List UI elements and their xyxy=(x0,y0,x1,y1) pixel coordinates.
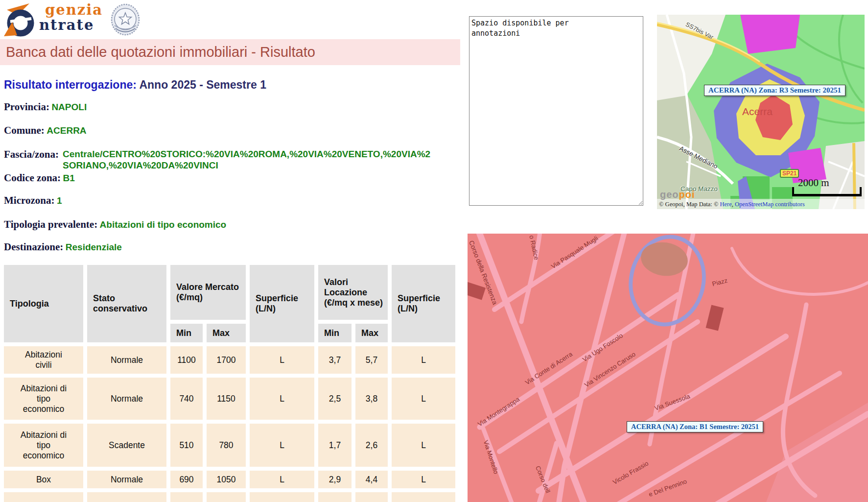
codice-zona-value: B1 xyxy=(63,173,75,183)
cell-vm-max xyxy=(207,492,246,502)
field-provincia: Provincia: NAPOLI xyxy=(4,101,87,113)
table-row: Abitazioni di tipo economico Normale 740… xyxy=(4,378,455,420)
col-header-valori-locazione: Valori Locazione (€/mq x mese) xyxy=(318,265,388,320)
cell-tipologia: Abitazioni di tipo economico xyxy=(4,424,83,467)
cell-tipologia: Box xyxy=(4,471,83,488)
road-badge-sp21: SP21 xyxy=(780,169,799,178)
quotations-table: Tipologia Stato conservativo Valore Merc… xyxy=(0,261,459,502)
col-header-vm-min: Min xyxy=(170,324,203,342)
comune-label: Comune: xyxy=(4,124,45,136)
cell-vm-min: 1100 xyxy=(170,346,203,374)
page-title-bar: Banca dati delle quotazioni immobiliari … xyxy=(0,39,460,65)
table-row: Box Normale 690 1050 L 2,9 4,4 L xyxy=(4,471,455,488)
cell-vl-max: 3,8 xyxy=(355,378,388,420)
col-header-superficie-2: Superficie (L/N) xyxy=(392,265,455,342)
cell-vl-min: 2,9 xyxy=(318,471,352,488)
cell-vm-min: 690 xyxy=(170,471,203,488)
city-label-acerra: Acerra xyxy=(742,106,773,118)
detail-map-canvas xyxy=(468,234,868,502)
tipologia-prevalente-label: Tipologia prevalente: xyxy=(4,218,97,230)
fascia-zona-value-line1: Centrale/CENTRO%20STORICO:%20VIA%20ROMA,… xyxy=(63,148,430,160)
geopoi-watermark-geo: geo xyxy=(660,189,679,200)
cell-superficie-1 xyxy=(250,492,314,502)
col-header-stato: Stato conservativo xyxy=(87,265,166,342)
cell-vm-min: 510 xyxy=(170,424,203,467)
logo-wordmark: genzia ntrate xyxy=(39,2,103,33)
field-fascia-zona: Fascia/zona: Centrale/CENTRO%20STORICO:%… xyxy=(4,148,430,171)
field-destinazione: Destinazione: Residenziale xyxy=(4,241,122,253)
provincia-label: Provincia: xyxy=(4,101,49,113)
table-header-row-1: Tipologia Stato conservativo Valore Merc… xyxy=(4,265,455,320)
cell-vm-max: 780 xyxy=(207,424,246,467)
annotations-textarea[interactable]: Spazio disponibile per annotazioni xyxy=(469,16,643,206)
field-microzona: Microzona: 1 xyxy=(4,194,62,207)
logo-text-genzia: genzia xyxy=(45,2,103,18)
cell-superficie-2: L xyxy=(392,471,455,488)
logo-text-ntrate: ntrate xyxy=(39,17,103,33)
table-row: Abitazioni di tipo economico Scadente 51… xyxy=(4,424,455,467)
geopoi-watermark-poi: poi xyxy=(679,189,695,200)
microzona-label: Microzona: xyxy=(4,194,54,206)
cell-vl-max: 5,7 xyxy=(355,346,388,374)
cell-superficie-1: L xyxy=(250,346,314,374)
cell-vm-min xyxy=(170,492,203,502)
cell-vl-max xyxy=(355,492,388,502)
attribution-link-here[interactable]: Here xyxy=(720,201,732,208)
detail-zone-map[interactable]: Corso della Resistenza o Radice Via Pasq… xyxy=(468,234,868,502)
geopoi-watermark: geopoi xyxy=(660,189,695,200)
cell-tipologia: Abitazioni civili xyxy=(4,346,83,374)
col-header-vm-max: Max xyxy=(207,324,246,342)
col-header-vl-min: Min xyxy=(318,324,352,342)
attribution-text: © Geopoi, Map Data: © xyxy=(659,201,720,208)
col-header-tipologia: Tipologia xyxy=(4,265,83,342)
fascia-zona-label: Fascia/zona: xyxy=(4,148,59,161)
cell-vl-min xyxy=(318,492,352,502)
col-header-superficie-1: Superficie (L/N) xyxy=(250,265,314,342)
comune-value: ACERRA xyxy=(47,125,86,136)
cell-vl-max: 4,4 xyxy=(355,471,388,488)
cell-vl-min: 3,7 xyxy=(318,346,352,374)
field-tipologia-prevalente: Tipologia prevalente: Abitazioni di tipo… xyxy=(4,218,226,231)
cell-stato: Normale xyxy=(87,346,166,374)
attribution-link-osm[interactable]: OpenStreetMap contributors xyxy=(735,201,805,208)
cell-superficie-2: L xyxy=(392,424,455,467)
cell-stato: Normale xyxy=(87,471,166,488)
italian-republic-emblem-icon xyxy=(110,3,141,38)
col-header-valore-mercato: Valore Mercato (€/mq) xyxy=(170,265,246,320)
cell-superficie-2 xyxy=(392,492,455,502)
fascia-zona-value: Centrale/CENTRO%20STORICO:%20VIA%20ROMA,… xyxy=(63,148,430,171)
result-value: Anno 2025 - Semestre 1 xyxy=(139,78,266,91)
result-label: Risultato interrogazione: xyxy=(4,78,137,91)
cell-vm-max: 1150 xyxy=(207,378,246,420)
cell-superficie-1: L xyxy=(250,378,314,420)
field-comune: Comune: ACERRA xyxy=(4,124,87,137)
cell-superficie-2: L xyxy=(392,346,455,374)
cell-superficie-1: L xyxy=(250,471,314,488)
field-codice-zona: Codice zona: B1 xyxy=(4,172,75,184)
cell-vm-max: 1050 xyxy=(207,471,246,488)
cell-superficie-2: L xyxy=(392,378,455,420)
agenzia-entrate-logo: genzia ntrate xyxy=(3,2,141,38)
destinazione-label: Destinazione: xyxy=(4,241,63,253)
agenzia-entrate-logo-icon xyxy=(3,2,37,37)
result-line: Risultato interrogazione: Anno 2025 - Se… xyxy=(4,78,266,92)
page: genzia ntrate Banca dati delle quotazion… xyxy=(0,0,868,502)
map-scale-bar xyxy=(792,187,862,196)
destinazione-value: Residenziale xyxy=(66,242,122,252)
detail-zone-label: ACERRA (NA) Zona: B1 Semestre: 20251 xyxy=(627,421,763,432)
microzona-value: 1 xyxy=(57,195,62,206)
cell-tipologia: Abitazioni di tipo economico xyxy=(4,378,83,420)
overview-zone-map[interactable]: SS7bis Var ACERRA (NA) Zona: R3 Semestre… xyxy=(657,15,865,209)
tipologia-prevalente-value: Abitazioni di tipo economico xyxy=(100,219,227,230)
cell-vm-min: 740 xyxy=(170,378,203,420)
cell-vl-max: 2,6 xyxy=(355,424,388,467)
table-row-partial xyxy=(4,492,455,502)
cell-vl-min: 2,5 xyxy=(318,378,352,420)
overview-zone-label: ACERRA (NA) Zona: R3 Semestre: 20251 xyxy=(704,85,845,96)
page-title: Banca dati delle quotazioni immobiliari … xyxy=(6,44,315,60)
provincia-value: NAPOLI xyxy=(51,102,87,112)
cell-superficie-1: L xyxy=(250,424,314,467)
cell-vm-max: 1700 xyxy=(207,346,246,374)
cell-tipologia xyxy=(4,492,83,502)
col-header-vl-max: Max xyxy=(355,324,388,342)
